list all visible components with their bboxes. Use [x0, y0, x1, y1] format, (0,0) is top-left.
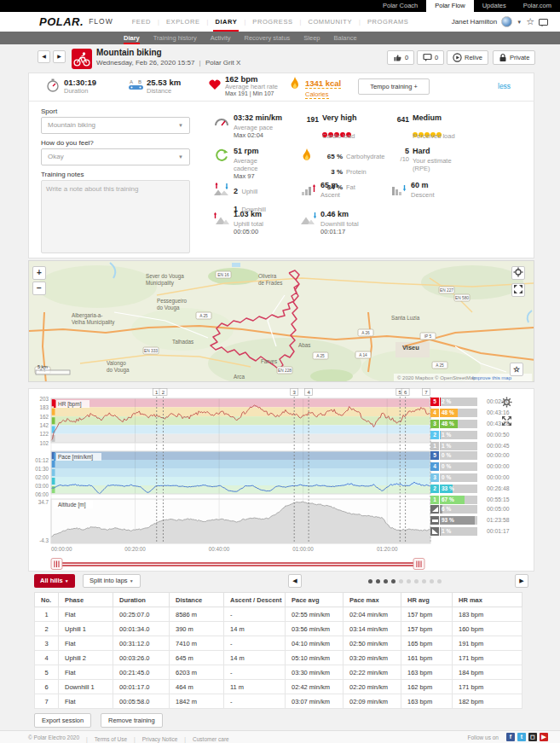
- nav-item-community[interactable]: COMMUNITY: [306, 12, 354, 32]
- favorites-star-icon[interactable]: ☆: [526, 12, 534, 32]
- footer-link[interactable]: Terms of Use: [95, 736, 127, 742]
- nav-item-programs[interactable]: PROGRAMS: [366, 12, 411, 32]
- like-button[interactable]: 0: [387, 50, 414, 65]
- nav-item-explore[interactable]: EXPLORE: [165, 12, 202, 32]
- laps-table: No.PhaseDurationDistanceAscent / Descent…: [34, 592, 522, 709]
- instagram-icon[interactable]: ◻: [528, 733, 537, 741]
- mountain-up-icon: [213, 210, 230, 236]
- map-improve-link[interactable]: Improve this map: [472, 375, 512, 380]
- map-place-label: Oliveira: [258, 273, 277, 279]
- notifications-icon[interactable]: [539, 19, 548, 26]
- feel-select[interactable]: Okay▼: [41, 148, 190, 165]
- lap-row: 7Flat00:05:58.01842 m-03:07 min/km02:09 …: [35, 694, 522, 709]
- hill-filter-button[interactable]: All hills ▼: [34, 574, 75, 588]
- nav-item-progress[interactable]: PROGRESS: [251, 12, 294, 32]
- ascent-icon: [300, 181, 317, 200]
- subnav-item-activity[interactable]: Activity: [211, 32, 231, 44]
- pagination-dot[interactable]: [422, 579, 426, 583]
- lap-cell: 191 bpm: [453, 636, 522, 651]
- nav-item-feed[interactable]: FEED: [130, 12, 153, 32]
- avatar[interactable]: [501, 16, 512, 27]
- map-place-label: Abas: [298, 342, 310, 348]
- lap-cell: Uphill 2: [59, 651, 113, 665]
- subnav-item-recovery-status[interactable]: Recovery status: [245, 32, 291, 44]
- user-name[interactable]: Janet Hamilton: [452, 18, 497, 26]
- topbar-link-updates[interactable]: Updates: [474, 0, 515, 12]
- pagination-dot[interactable]: [437, 579, 442, 583]
- lap-cell: 00:01:17.0: [113, 680, 170, 694]
- facebook-icon[interactable]: f: [506, 733, 515, 741]
- pagination-dot[interactable]: [414, 579, 419, 583]
- twitter-icon[interactable]: t: [517, 733, 526, 741]
- pagination-dot[interactable]: [407, 579, 411, 583]
- map-fullscreen-button[interactable]: [511, 283, 525, 297]
- map-zoom-in-button[interactable]: +: [32, 266, 46, 280]
- stat-downhill-total: 0.46 km Downhill total 00:01:17: [300, 210, 372, 236]
- lap-cell: 1842 m: [170, 694, 224, 709]
- privacy-button[interactable]: Private: [493, 50, 535, 65]
- pagination-dot[interactable]: [430, 579, 434, 583]
- lap-cell: 02:04 min/km: [344, 607, 401, 622]
- lap-cell: 02:42 min/km: [286, 680, 344, 694]
- svg-text:162: 162: [39, 414, 49, 420]
- map-zoom-out-button[interactable]: −: [32, 282, 46, 295]
- chevron-down-icon: ▼: [178, 118, 183, 133]
- lap-cell: 04:10 min/km: [286, 636, 344, 651]
- split-into-laps-button[interactable]: Split into laps ▼: [83, 574, 141, 588]
- sport-select[interactable]: Mountain biking▼: [41, 117, 190, 134]
- laps-column-header: No.: [35, 593, 59, 607]
- training-notes-input[interactable]: [41, 180, 190, 253]
- lap-cell: 05:10 min/km: [286, 651, 344, 665]
- subnav-item-training-history[interactable]: Training history: [153, 32, 197, 44]
- prev-session-button[interactable]: ◀: [38, 50, 50, 63]
- chevron-down-icon[interactable]: ▼: [517, 20, 522, 25]
- map-favorite-button[interactable]: ☆: [510, 363, 523, 376]
- heart-icon: [207, 77, 222, 96]
- nav-separator: |: [207, 12, 209, 32]
- lap-cell: 02:55 min/km: [286, 607, 344, 622]
- next-session-button[interactable]: ▶: [53, 50, 66, 63]
- subnav-item-sleep[interactable]: Sleep: [303, 32, 320, 44]
- feel-label: How do you feel?: [41, 139, 94, 147]
- remove-training-button[interactable]: Remove training: [101, 713, 163, 728]
- stopwatch-icon: [45, 78, 61, 96]
- nav-item-diary[interactable]: DIARY: [213, 12, 239, 32]
- lap-cell: -: [224, 665, 286, 680]
- svg-text:142: 142: [39, 422, 49, 428]
- map-place-label: Viseu: [402, 344, 419, 351]
- topbar-link-polar-com[interactable]: Polar.com: [515, 0, 560, 12]
- lap-row: 2Uphill 100:01:34.0390 m14 m03:56 min/km…: [35, 622, 522, 636]
- laps-pagination-dots[interactable]: [368, 579, 442, 583]
- flame-icon: [288, 76, 302, 96]
- topbar-link-polar-coach[interactable]: Polar Coach: [374, 0, 426, 12]
- lap-cell: 00:03:26.0: [113, 651, 170, 665]
- less-link[interactable]: less: [498, 82, 511, 90]
- stat-average-cadence: 51 rpm Average cadence Max 97: [213, 147, 273, 181]
- lap-cell: 157 bpm: [401, 622, 453, 636]
- pagination-dot[interactable]: [391, 579, 395, 583]
- comments-button[interactable]: 0: [417, 50, 444, 65]
- pagination-dot[interactable]: [376, 579, 380, 583]
- training-target-button[interactable]: Tempo training +: [358, 78, 430, 95]
- pagination-dot[interactable]: [368, 579, 372, 583]
- subnav-item-diary[interactable]: Diary: [124, 32, 140, 44]
- lap-cell: 6203 m: [170, 665, 224, 680]
- youtube-icon[interactable]: ▶: [540, 733, 548, 741]
- footer-link[interactable]: Customer care: [193, 736, 229, 742]
- laps-prev-page-button[interactable]: ◀: [288, 574, 302, 588]
- pagination-dot[interactable]: [384, 579, 388, 583]
- lap-row: 5Flat00:21:45.06203 m-03:30 min/km02:22 …: [35, 665, 522, 680]
- subnav-item-balance[interactable]: Balance: [334, 32, 357, 44]
- map-place-label: Pessegueiro: [157, 298, 188, 305]
- lap-cell: 3: [35, 636, 59, 651]
- pagination-dot[interactable]: [399, 579, 403, 583]
- route-map[interactable]: Sever do VougaMunicipalityPessegueirodo …: [28, 260, 534, 382]
- topbar-link-polar-flow[interactable]: Polar Flow: [426, 0, 473, 12]
- laps-next-page-button[interactable]: ▶: [515, 574, 528, 588]
- map-locate-button[interactable]: [511, 266, 525, 280]
- relive-button[interactable]: Relive: [447, 50, 488, 65]
- footer-link[interactable]: Privacy Notice: [142, 736, 178, 742]
- lap-cell: Flat: [59, 607, 113, 622]
- svg-text:122: 122: [39, 431, 49, 437]
- export-session-button[interactable]: Export session: [34, 713, 91, 728]
